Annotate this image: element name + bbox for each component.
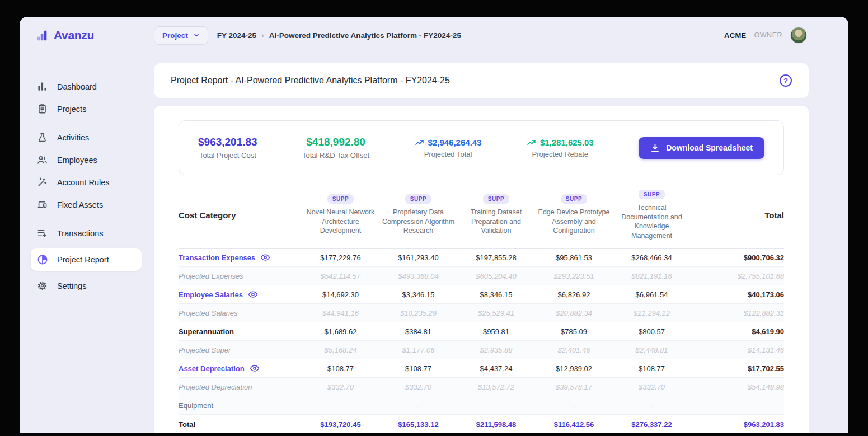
report-card: $963,201.83 Total Project Cost $418,992.… [154, 106, 809, 433]
table-row-superannuation: Superannuation $1,689.62 $384.81 $959.81… [179, 322, 784, 341]
sidebar-item-label: Account Rules [57, 178, 110, 187]
table-row-asset-depreciation: Asset Depreciation $108.77 $108.77 $4,43… [179, 359, 784, 378]
table-row-projected-super: Projected Super $5,168.24 $1,177.06 $2,9… [179, 341, 784, 359]
page-title: Project Report - AI-Powered Predictive A… [171, 76, 450, 86]
supp-badge: SUPP [405, 194, 432, 204]
table-row-projected-salaries: Projected Salaries $44,941.16 $10,235.29… [179, 304, 784, 322]
row-label-link[interactable]: Transaction Expenses [179, 252, 302, 262]
table-header-row: Cost Category SUPP Novel Neural Network … [179, 190, 784, 249]
sidebar-item-dashboard[interactable]: Dashboard [31, 76, 142, 97]
sidebar-item-settings[interactable]: Settings [31, 275, 142, 296]
sidebar: Dashboard Projects Activities [20, 54, 154, 433]
eye-icon[interactable] [248, 289, 258, 299]
table-row-equipment: Equipment - - - - - - [179, 396, 784, 415]
supp-badge: SUPP [639, 190, 665, 199]
dashboard-icon [36, 81, 48, 92]
clipboard-icon [36, 103, 48, 115]
org-name: ACME [724, 31, 746, 40]
stat-projected-total: $2,946,264.43 Projected Total [415, 138, 482, 158]
download-spreadsheet-button[interactable]: Download Spreadsheet [639, 137, 764, 159]
bar-chart-logo-icon [36, 29, 49, 41]
download-button-label: Download Spreadsheet [666, 143, 753, 152]
sidebar-item-label: Employees [57, 156, 97, 165]
stat-total-project-cost: $963,201.83 Total Project Cost [198, 136, 257, 160]
stat-label: Total R&D Tax Offset [302, 151, 369, 160]
summary-panel: $963,201.83 Total Project Cost $418,992.… [179, 120, 784, 175]
main-content: Project Report - AI-Powered Predictive A… [154, 54, 848, 433]
topbar-right: ACME OWNER [724, 27, 807, 44]
app-window: Avanzu Project FY 2024-25 › AI-Powered P… [20, 17, 848, 433]
column-header: SUPP Training Dataset Preparation and Va… [457, 194, 535, 236]
breadcrumb-separator: › [261, 31, 264, 40]
flask-icon [36, 132, 48, 143]
sidebar-item-label: Transactions [57, 229, 103, 238]
sidebar-item-fixed-assets[interactable]: Fixed Assets [31, 194, 142, 215]
people-icon [36, 154, 48, 166]
sidebar-item-label: Dashboard [57, 82, 97, 91]
project-dropdown[interactable]: Project [154, 26, 208, 45]
supp-badge: SUPP [327, 194, 354, 204]
sidebar-item-projects[interactable]: Projects [31, 99, 142, 119]
table-row-transaction-expenses: Transaction Expenses $177,229.76 $161,29… [179, 249, 784, 267]
title-bar: Project Report - AI-Powered Predictive A… [154, 63, 809, 98]
project-dropdown-label: Project [162, 31, 188, 40]
list-plus-icon [36, 227, 48, 239]
table-row-total: Total $193,720.45 $165,133.12 $211,598.4… [179, 415, 784, 433]
screen-frame: Avanzu Project FY 2024-25 › AI-Powered P… [0, 0, 868, 436]
sidebar-item-account-rules[interactable]: Account Rules [31, 172, 142, 193]
stat-label: Total Project Cost [199, 151, 256, 160]
stat-label: Projected Total [424, 150, 472, 158]
breadcrumb-year[interactable]: FY 2024-25 [217, 31, 256, 40]
stat-rd-tax-offset: $418,992.80 Total R&D Tax Offset [302, 136, 369, 160]
sidebar-item-project-report[interactable]: Project Report [31, 248, 142, 271]
help-icon[interactable]: ? [780, 74, 792, 87]
devices-icon [36, 199, 48, 210]
column-header: SUPP Proprietary Data Compression Algori… [379, 194, 457, 236]
sidebar-item-label: Project Report [57, 255, 109, 264]
sidebar-item-employees[interactable]: Employees [31, 149, 142, 170]
column-header: SUPP Edge Device Prototype Assembly and … [535, 194, 613, 236]
table-row-projected-expenses: Projected Expenses $542,114.57 $493,368.… [179, 267, 784, 285]
brand-logo[interactable]: Avanzu [20, 29, 154, 42]
stat-label: Projected Rebate [532, 150, 588, 158]
sidebar-item-transactions[interactable]: Transactions [31, 223, 142, 243]
row-label-link[interactable]: Asset Depreciation [179, 363, 302, 373]
user-role-badge: OWNER [754, 31, 782, 39]
table-row-projected-depreciation: Projected Depreciation $332.70 $332.70 $… [179, 378, 784, 396]
sidebar-item-label: Activities [57, 133, 89, 142]
topbar: Avanzu Project FY 2024-25 › AI-Powered P… [20, 17, 848, 54]
column-header: SUPP Technical Documentation and Knowled… [613, 190, 691, 240]
gear-icon [36, 280, 48, 292]
supp-badge: SUPP [483, 194, 510, 204]
breadcrumb-project: AI-Powered Predictive Analytics Platform… [269, 31, 461, 40]
sidebar-item-label: Projects [57, 105, 86, 114]
cost-table: Cost Category SUPP Novel Neural Network … [179, 190, 784, 433]
eye-icon[interactable] [260, 252, 270, 262]
eye-icon[interactable] [250, 363, 260, 373]
stat-value: $2,946,264.43 [428, 138, 482, 147]
stat-value: $418,992.80 [306, 136, 365, 148]
supp-badge: SUPP [561, 194, 588, 204]
sidebar-item-activities[interactable]: Activities [31, 127, 142, 148]
trending-up-icon [415, 138, 424, 147]
magic-wand-icon [36, 176, 48, 188]
row-label-link[interactable]: Employee Salaries [179, 289, 302, 299]
column-header-category: Cost Category [179, 210, 302, 220]
avatar[interactable] [790, 27, 807, 44]
breadcrumb: FY 2024-25 › AI-Powered Predictive Analy… [217, 31, 461, 40]
column-header: SUPP Novel Neural Network Architecture D… [302, 194, 379, 236]
column-header-total: Total [691, 210, 784, 220]
sidebar-item-label: Settings [57, 282, 86, 290]
stat-value: $963,201.83 [198, 136, 257, 148]
download-icon [650, 143, 660, 153]
trending-up-icon [527, 138, 536, 147]
pie-chart-icon [36, 254, 48, 265]
table-row-employee-salaries: Employee Salaries $14,692.30 $3,346.15 $… [179, 285, 784, 304]
stat-value: $1,281,625.03 [540, 138, 594, 147]
stat-projected-rebate: $1,281,625.03 Projected Rebate [527, 138, 594, 158]
chevron-down-icon [193, 32, 200, 39]
sidebar-item-label: Fixed Assets [57, 200, 103, 209]
brand-name: Avanzu [54, 29, 94, 42]
